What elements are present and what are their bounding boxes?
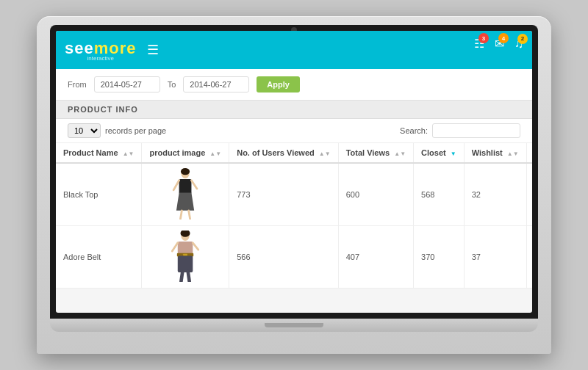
- table-header-row: Product Name ▲▼ product image ▲▼ No. of …: [56, 143, 532, 163]
- laptop-frame: seemore interactive ☰ ☷ 3 ✉ 4: [37, 16, 551, 354]
- sort-icon-users: ▲▼: [319, 150, 331, 157]
- cell-product-name-1: Adore Belt: [56, 226, 142, 289]
- logo-more: more: [94, 39, 137, 57]
- bell-badge: 2: [517, 34, 528, 44]
- col-product-image[interactable]: product image ▲▼: [142, 143, 229, 163]
- svg-rect-15: [178, 256, 193, 272]
- apply-button[interactable]: Apply: [257, 76, 300, 92]
- mail-icon-wrap[interactable]: ✉ 4: [495, 37, 504, 51]
- col-total-views[interactable]: Total Views ▲▼: [338, 143, 413, 163]
- svg-rect-10: [178, 242, 193, 254]
- product-image-adorebelt: [165, 231, 206, 282]
- from-date-input[interactable]: [94, 76, 160, 92]
- svg-line-17: [188, 272, 190, 281]
- sort-icon-views: ▲▼: [394, 150, 406, 157]
- search-input[interactable]: [432, 123, 520, 138]
- cell-closet-0: 568: [414, 163, 465, 226]
- svg-line-6: [180, 211, 182, 219]
- col-closet[interactable]: Closet ▼: [414, 143, 465, 163]
- cell-product-image-1: [142, 226, 229, 289]
- from-label: From: [68, 80, 87, 89]
- cell-share-0: 76: [526, 163, 532, 226]
- svg-rect-14: [183, 254, 187, 256]
- menu-icon-wrap[interactable]: ☷ 3: [474, 37, 484, 51]
- hamburger-icon[interactable]: ☰: [147, 42, 159, 58]
- svg-line-7: [189, 211, 190, 219]
- cell-share-1: 34: [526, 226, 532, 289]
- cell-product-image-0: [142, 163, 229, 226]
- table-row: Adore Belt: [56, 226, 532, 289]
- col-product-name[interactable]: Product Name ▲▼: [56, 143, 142, 163]
- app-header: seemore interactive ☰ ☷ 3 ✉ 4: [56, 31, 532, 69]
- screen: seemore interactive ☰ ☷ 3 ✉ 4: [56, 31, 532, 313]
- svg-line-4: [191, 181, 196, 189]
- logo: seemore interactive: [65, 39, 137, 62]
- cell-total-views-0: 600: [338, 163, 413, 226]
- records-label: records per page: [105, 126, 166, 135]
- svg-marker-5: [176, 193, 194, 211]
- mail-badge: 4: [498, 33, 509, 43]
- search-label: Search:: [400, 126, 428, 135]
- cell-users-viewed-1: 566: [229, 226, 338, 289]
- col-wishlist[interactable]: Wishlist ▲▼: [464, 143, 526, 163]
- screen-bezel: seemore interactive ☰ ☷ 3 ✉ 4: [50, 25, 538, 319]
- cell-wishlist-1: 37: [464, 226, 526, 289]
- table-controls: 10 25 50 records per page Search:: [56, 119, 532, 143]
- menu-badge: 3: [478, 33, 489, 43]
- cell-closet-1: 370: [414, 226, 465, 289]
- records-per-page-control: 10 25 50 records per page: [68, 123, 166, 138]
- cell-wishlist-0: 32: [464, 163, 526, 226]
- logo-area: seemore interactive ☰: [65, 39, 159, 62]
- cell-users-viewed-0: 773: [229, 163, 338, 226]
- product-table: Product Name ▲▼ product image ▲▼ No. of …: [56, 143, 532, 289]
- product-image-blacktop: [165, 168, 206, 220]
- col-users-viewed[interactable]: No. of Users Viewed ▲▼: [229, 143, 338, 163]
- svg-point-1: [181, 168, 190, 175]
- to-date-input[interactable]: [183, 76, 249, 92]
- date-filter-bar: From To Apply: [56, 69, 532, 101]
- sort-icon-name: ▲▼: [123, 150, 135, 157]
- sort-icon-wishlist: ▲▼: [507, 150, 519, 157]
- col-share[interactable]: Share: [526, 143, 532, 163]
- to-label: To: [168, 80, 176, 89]
- sort-icon-closet: ▼: [451, 150, 456, 157]
- section-title: PRODUCT INFO: [56, 101, 532, 119]
- search-wrap: Search:: [400, 123, 520, 138]
- svg-line-12: [193, 243, 198, 250]
- cell-product-name-0: Black Top: [56, 163, 142, 226]
- sort-icon-image: ▲▼: [209, 150, 221, 157]
- cell-total-views-1: 407: [338, 226, 413, 289]
- svg-rect-2: [179, 179, 191, 195]
- logo-see: see: [65, 39, 94, 57]
- svg-line-3: [173, 181, 179, 190]
- laptop-notch: [265, 323, 323, 327]
- bell-icon-wrap[interactable]: ♫ 2: [514, 37, 523, 51]
- laptop-base: [50, 319, 538, 332]
- header-icons: ☷ 3 ✉ 4 ♫ 2: [474, 37, 523, 51]
- records-per-page-select[interactable]: 10 25 50: [68, 123, 101, 138]
- svg-line-16: [181, 272, 182, 281]
- svg-line-11: [172, 243, 177, 251]
- table-row: Black Top: [56, 163, 532, 226]
